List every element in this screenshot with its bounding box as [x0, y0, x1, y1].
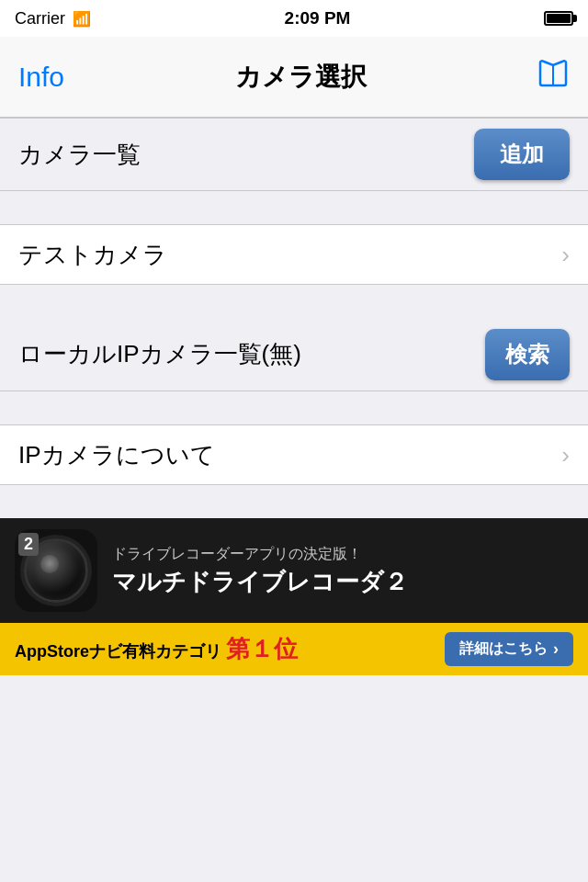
test-camera-row[interactable]: テストカメラ ›	[0, 224, 588, 285]
ad-text-block: ドライブレコーダーアプリの決定版！ マルチドライブレコーダ２	[112, 545, 573, 596]
section-divider-4	[0, 485, 588, 518]
page-title: カメラ選択	[235, 60, 367, 95]
test-camera-label: テストカメラ	[18, 239, 167, 271]
status-left: Carrier 📶	[15, 9, 91, 28]
nav-bar: Info カメラ選択	[0, 37, 588, 118]
ad-detail-button[interactable]: 詳細はこちら ›	[445, 632, 573, 666]
add-camera-button[interactable]: 追加	[474, 129, 570, 180]
ad-appstore-label: AppStoreナビ有料カテゴリ	[15, 642, 221, 661]
book-icon[interactable]	[537, 59, 570, 96]
search-camera-button[interactable]: 検索	[485, 329, 570, 380]
status-right	[544, 11, 573, 26]
section-divider-2	[0, 285, 588, 318]
chevron-icon-2: ›	[561, 441, 570, 469]
ad-badge: 2	[18, 533, 39, 556]
ad-footer[interactable]: AppStoreナビ有料カテゴリ 第１位 詳細はこちら ›	[0, 623, 588, 675]
ad-banner[interactable]: 2 ドライブレコーダーアプリの決定版！ マルチドライブレコーダ２ AppStor…	[0, 518, 588, 675]
ad-title: マルチドライブレコーダ２	[112, 568, 573, 596]
ad-rank: 第１位	[226, 635, 298, 662]
carrier-label: Carrier	[15, 9, 65, 28]
ad-detail-label: 詳細はこちら	[459, 639, 548, 659]
status-bar: Carrier 📶 2:09 PM	[0, 0, 588, 37]
chevron-icon: ›	[561, 241, 570, 269]
ad-app-icon: 2	[15, 529, 97, 612]
section-divider-1	[0, 191, 588, 224]
ad-chevron-icon: ›	[553, 639, 559, 659]
local-ip-section: ローカルIPカメラ一覧(無) 検索	[0, 318, 588, 391]
wifi-icon: 📶	[73, 10, 91, 28]
local-ip-label: ローカルIPカメラ一覧(無)	[18, 338, 301, 370]
ad-footer-text: AppStoreナビ有料カテゴリ 第１位	[15, 633, 437, 665]
ip-about-row[interactable]: IPカメラについて ›	[0, 424, 588, 485]
ip-about-label: IPカメラについて	[18, 439, 215, 471]
ad-subtitle: ドライブレコーダーアプリの決定版！	[112, 545, 573, 564]
ad-main: 2 ドライブレコーダーアプリの決定版！ マルチドライブレコーダ２	[0, 518, 588, 623]
battery-icon	[544, 11, 573, 26]
section-divider-3	[0, 391, 588, 424]
status-time: 2:09 PM	[285, 8, 351, 28]
info-button[interactable]: Info	[18, 62, 64, 93]
camera-list-label: カメラ一覧	[18, 139, 141, 171]
camera-list-section: カメラ一覧 追加	[0, 118, 588, 191]
